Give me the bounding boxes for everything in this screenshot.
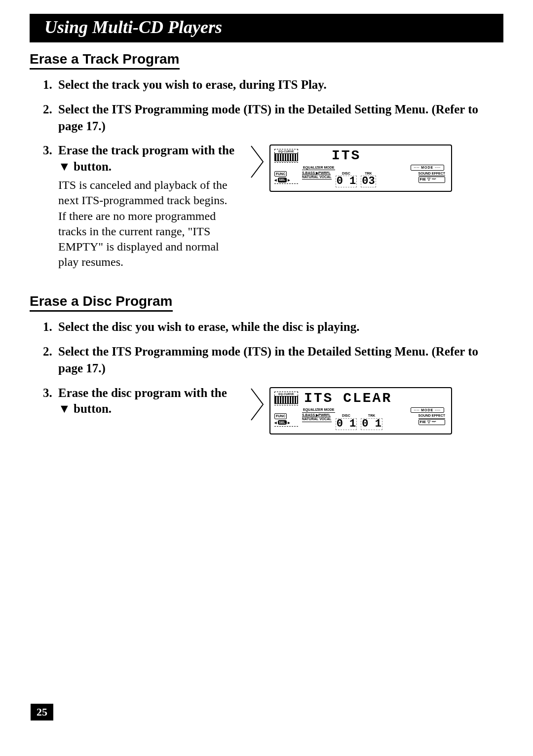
chevron-right-icon: [250, 387, 265, 422]
fie-label: FIE: [420, 420, 426, 425]
equalizer-mode-label: EQUALIZER MODE: [302, 165, 335, 170]
mode-label: ···· MODE ····: [411, 165, 444, 170]
sbass-natural-labels: S.BASS ▶PWRFL NATURAL VOCAL: [302, 171, 332, 180]
equalizer-mode-label: EQUALIZER MODE: [302, 407, 335, 412]
wave-icon: 〰: [432, 177, 436, 182]
sound-effect-label: SOUND EFFECT: [419, 413, 445, 418]
wave-icon: 〰: [432, 420, 436, 425]
lcd-main-text: ITS: [332, 146, 361, 165]
section-heading: Erase a Disc Program: [30, 293, 173, 312]
sbass-natural-labels: S.BASS ▶PWRFL NATURAL VOCAL: [302, 413, 332, 422]
steps-list: Select the track you wish to erase, duri…: [55, 76, 503, 270]
step-2: Select the ITS Programming mode (ITS) in…: [55, 101, 503, 135]
eq-bars-icon: [274, 396, 298, 404]
eq-curve-block: EQ-CURVE: [274, 149, 298, 163]
eq-curve-label: EQ-CURVE: [274, 149, 298, 153]
disc-number: 0 1: [336, 176, 357, 187]
func-label: FUNC: [274, 171, 287, 177]
func-label: FUNC: [274, 413, 287, 419]
trk-number: 03: [361, 176, 376, 187]
eq-curve-block: EQ-CURVE: [274, 392, 298, 405]
sound-effect-block: SOUND EFFECT FIE ▽ 〰: [419, 171, 445, 183]
step-3-title: Erase the disc program with the ▼ button…: [58, 385, 236, 417]
step-3: Erase the track program with the ▼ butto…: [55, 142, 503, 270]
eq-bars-icon: [274, 153, 298, 161]
lcd-main-text: ITS CLEAR: [304, 389, 392, 408]
section-erase-disc: Erase a Disc Program Select the disc you…: [30, 293, 503, 434]
down-icon: ▽: [427, 420, 430, 425]
mode-label: ···· MODE ····: [411, 407, 444, 413]
sbass-label: S.BASS ▶PWRFL: [302, 171, 332, 175]
chapter-title: Using Multi-CD Players: [30, 14, 503, 42]
display-illustration-1: EQ-CURVE ITS EQUALIZER MODE ···· MODE ··…: [250, 144, 452, 192]
disc-display: DISC 0 1: [336, 413, 357, 430]
func-block: FUNC ◂SEL▸: [274, 413, 298, 427]
lcd-panel: EQ-CURVE ITS CLEAR EQUALIZER MODE ···· M…: [269, 387, 452, 434]
step-1: Select the disc you wish to erase, while…: [55, 319, 503, 335]
trk-display: TRK 0 1: [361, 413, 382, 430]
sbass-label: S.BASS ▶PWRFL: [302, 413, 332, 417]
section-heading: Erase a Track Program: [30, 51, 180, 70]
natural-vocal-label: NATURAL VOCAL: [302, 417, 332, 422]
eq-curve-label: EQ-CURVE: [274, 392, 298, 396]
display-illustration-2: EQ-CURVE ITS CLEAR EQUALIZER MODE ···· M…: [250, 387, 452, 434]
down-icon: ▽: [427, 177, 430, 182]
disc-display: DISC 0 1: [336, 171, 357, 187]
step-1: Select the track you wish to erase, duri…: [55, 76, 503, 93]
natural-vocal-label: NATURAL VOCAL: [302, 175, 332, 180]
fie-label: FIE: [420, 177, 426, 182]
sound-effect-block: SOUND EFFECT FIE ▽ 〰: [419, 413, 445, 425]
func-block: FUNC ◂SEL▸: [274, 171, 298, 184]
disc-number: 0 1: [336, 418, 357, 430]
sel-label: SEL: [278, 178, 287, 182]
manual-page: Using Multi-CD Players Erase a Track Pro…: [0, 0, 533, 756]
trk-number: 0 1: [361, 418, 382, 430]
section-erase-track: Erase a Track Program Select the track y…: [30, 51, 503, 270]
lcd-panel: EQ-CURVE ITS EQUALIZER MODE ···· MODE ··…: [269, 144, 452, 192]
step-3: Erase the disc program with the ▼ button…: [55, 385, 503, 434]
steps-list: Select the disc you wish to erase, while…: [55, 319, 503, 434]
page-number: 25: [31, 704, 53, 720]
step-3-explanation: ITS is canceled and playback of the next…: [58, 178, 236, 270]
step-3-title: Erase the track program with the ▼ butto…: [58, 143, 236, 175]
chevron-right-icon: [250, 144, 265, 179]
sel-label: SEL: [278, 420, 287, 425]
trk-display: TRK 03: [361, 171, 376, 187]
step-2: Select the ITS Programming mode (ITS) in…: [55, 343, 503, 377]
sound-effect-label: SOUND EFFECT: [419, 171, 445, 176]
